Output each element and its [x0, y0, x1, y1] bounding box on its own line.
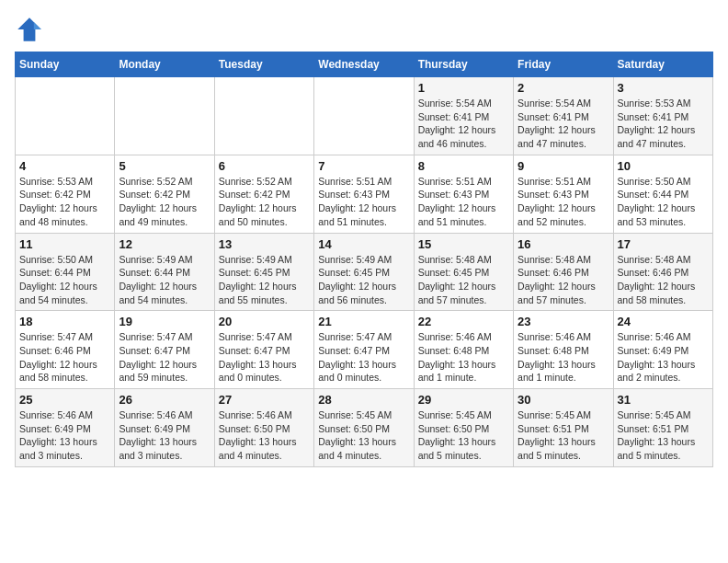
calendar-cell: 13Sunrise: 5:49 AM Sunset: 6:45 PM Dayli…	[214, 233, 313, 311]
day-number: 16	[518, 237, 609, 251]
calendar-cell: 26Sunrise: 5:46 AM Sunset: 6:49 PM Dayli…	[115, 389, 214, 467]
day-info: Sunrise: 5:51 AM Sunset: 6:43 PM Dayligh…	[518, 175, 609, 229]
day-number: 25	[19, 393, 110, 407]
svg-marker-1	[34, 22, 41, 29]
day-info: Sunrise: 5:46 AM Sunset: 6:48 PM Dayligh…	[518, 330, 609, 385]
day-info: Sunrise: 5:47 AM Sunset: 6:47 PM Dayligh…	[119, 330, 210, 385]
day-number: 27	[219, 393, 310, 407]
calendar-cell: 18Sunrise: 5:47 AM Sunset: 6:46 PM Dayli…	[16, 311, 115, 389]
calendar-cell: 19Sunrise: 5:47 AM Sunset: 6:47 PM Dayli…	[115, 311, 214, 389]
weekday-header-monday: Monday	[115, 52, 214, 77]
day-number: 11	[19, 237, 110, 251]
calendar-cell	[115, 77, 214, 155]
calendar-cell	[214, 77, 313, 155]
calendar-week-3: 11Sunrise: 5:50 AM Sunset: 6:44 PM Dayli…	[16, 233, 713, 311]
day-info: Sunrise: 5:48 AM Sunset: 6:46 PM Dayligh…	[618, 253, 709, 307]
day-number: 30	[518, 393, 609, 407]
calendar-cell: 28Sunrise: 5:45 AM Sunset: 6:50 PM Dayli…	[314, 389, 414, 467]
calendar-week-2: 4Sunrise: 5:53 AM Sunset: 6:42 PM Daylig…	[16, 155, 713, 233]
day-number: 24	[618, 315, 709, 328]
day-number: 12	[119, 237, 210, 251]
day-info: Sunrise: 5:49 AM Sunset: 6:45 PM Dayligh…	[219, 253, 310, 307]
day-info: Sunrise: 5:47 AM Sunset: 6:47 PM Dayligh…	[318, 330, 409, 385]
day-number: 4	[19, 159, 110, 173]
day-number: 21	[318, 315, 409, 328]
day-info: Sunrise: 5:47 AM Sunset: 6:46 PM Dayligh…	[19, 330, 110, 385]
calendar-cell: 9Sunrise: 5:51 AM Sunset: 6:43 PM Daylig…	[514, 155, 613, 233]
calendar-cell: 21Sunrise: 5:47 AM Sunset: 6:47 PM Dayli…	[314, 311, 414, 389]
day-info: Sunrise: 5:45 AM Sunset: 6:50 PM Dayligh…	[318, 408, 409, 463]
page-header	[15, 15, 713, 44]
day-number: 17	[618, 237, 709, 251]
weekday-header-tuesday: Tuesday	[214, 52, 313, 77]
calendar-week-1: 1Sunrise: 5:54 AM Sunset: 6:41 PM Daylig…	[16, 77, 713, 155]
calendar-cell: 12Sunrise: 5:49 AM Sunset: 6:44 PM Dayli…	[115, 233, 214, 311]
calendar-cell: 29Sunrise: 5:45 AM Sunset: 6:50 PM Dayli…	[414, 389, 513, 467]
day-number: 19	[119, 315, 210, 328]
day-info: Sunrise: 5:45 AM Sunset: 6:51 PM Dayligh…	[618, 408, 709, 463]
day-info: Sunrise: 5:53 AM Sunset: 6:42 PM Dayligh…	[19, 175, 110, 229]
day-info: Sunrise: 5:51 AM Sunset: 6:43 PM Dayligh…	[418, 175, 509, 229]
calendar-week-4: 18Sunrise: 5:47 AM Sunset: 6:46 PM Dayli…	[16, 311, 713, 389]
calendar-cell: 22Sunrise: 5:46 AM Sunset: 6:48 PM Dayli…	[414, 311, 513, 389]
calendar-cell: 25Sunrise: 5:46 AM Sunset: 6:49 PM Dayli…	[16, 389, 115, 467]
calendar-cell: 31Sunrise: 5:45 AM Sunset: 6:51 PM Dayli…	[613, 389, 712, 467]
day-number: 14	[318, 237, 409, 251]
calendar-header-row: SundayMondayTuesdayWednesdayThursdayFrid…	[16, 52, 713, 77]
weekday-header-sunday: Sunday	[16, 52, 115, 77]
calendar-table: SundayMondayTuesdayWednesdayThursdayFrid…	[15, 52, 713, 467]
calendar-cell: 7Sunrise: 5:51 AM Sunset: 6:43 PM Daylig…	[314, 155, 414, 233]
weekday-header-saturday: Saturday	[613, 52, 712, 77]
calendar-cell: 24Sunrise: 5:46 AM Sunset: 6:49 PM Dayli…	[613, 311, 712, 389]
calendar-cell: 14Sunrise: 5:49 AM Sunset: 6:45 PM Dayli…	[314, 233, 414, 311]
day-number: 26	[119, 393, 210, 407]
calendar-cell	[16, 77, 115, 155]
logo-icon	[15, 15, 44, 44]
calendar-cell: 11Sunrise: 5:50 AM Sunset: 6:44 PM Dayli…	[16, 233, 115, 311]
day-info: Sunrise: 5:50 AM Sunset: 6:44 PM Dayligh…	[19, 253, 110, 307]
day-info: Sunrise: 5:49 AM Sunset: 6:45 PM Dayligh…	[318, 253, 409, 307]
day-number: 8	[418, 159, 509, 173]
day-info: Sunrise: 5:51 AM Sunset: 6:43 PM Dayligh…	[318, 175, 409, 229]
day-info: Sunrise: 5:54 AM Sunset: 6:41 PM Dayligh…	[518, 97, 609, 151]
day-info: Sunrise: 5:46 AM Sunset: 6:48 PM Dayligh…	[418, 330, 509, 385]
day-number: 31	[618, 393, 709, 407]
calendar-cell: 27Sunrise: 5:46 AM Sunset: 6:50 PM Dayli…	[214, 389, 313, 467]
day-info: Sunrise: 5:53 AM Sunset: 6:41 PM Dayligh…	[618, 97, 709, 151]
calendar-cell	[314, 77, 414, 155]
calendar-cell: 16Sunrise: 5:48 AM Sunset: 6:46 PM Dayli…	[514, 233, 613, 311]
day-info: Sunrise: 5:49 AM Sunset: 6:44 PM Dayligh…	[119, 253, 210, 307]
day-info: Sunrise: 5:46 AM Sunset: 6:49 PM Dayligh…	[618, 330, 709, 385]
day-number: 23	[518, 315, 609, 328]
day-info: Sunrise: 5:48 AM Sunset: 6:45 PM Dayligh…	[418, 253, 509, 307]
day-number: 28	[318, 393, 409, 407]
calendar-cell: 17Sunrise: 5:48 AM Sunset: 6:46 PM Dayli…	[613, 233, 712, 311]
calendar-cell: 10Sunrise: 5:50 AM Sunset: 6:44 PM Dayli…	[613, 155, 712, 233]
calendar-cell: 1Sunrise: 5:54 AM Sunset: 6:41 PM Daylig…	[414, 77, 513, 155]
calendar-cell: 3Sunrise: 5:53 AM Sunset: 6:41 PM Daylig…	[613, 77, 712, 155]
day-info: Sunrise: 5:47 AM Sunset: 6:47 PM Dayligh…	[219, 330, 310, 385]
logo	[15, 15, 48, 44]
day-number: 15	[418, 237, 509, 251]
calendar-cell: 30Sunrise: 5:45 AM Sunset: 6:51 PM Dayli…	[514, 389, 613, 467]
day-number: 29	[418, 393, 509, 407]
calendar-cell: 23Sunrise: 5:46 AM Sunset: 6:48 PM Dayli…	[514, 311, 613, 389]
calendar-cell: 2Sunrise: 5:54 AM Sunset: 6:41 PM Daylig…	[514, 77, 613, 155]
day-info: Sunrise: 5:46 AM Sunset: 6:49 PM Dayligh…	[119, 408, 210, 463]
day-number: 3	[618, 81, 709, 95]
day-number: 9	[518, 159, 609, 173]
day-info: Sunrise: 5:46 AM Sunset: 6:49 PM Dayligh…	[19, 408, 110, 463]
weekday-header-friday: Friday	[514, 52, 613, 77]
calendar-cell: 15Sunrise: 5:48 AM Sunset: 6:45 PM Dayli…	[414, 233, 513, 311]
weekday-header-thursday: Thursday	[414, 52, 513, 77]
calendar-cell: 8Sunrise: 5:51 AM Sunset: 6:43 PM Daylig…	[414, 155, 513, 233]
calendar-cell: 5Sunrise: 5:52 AM Sunset: 6:42 PM Daylig…	[115, 155, 214, 233]
calendar-cell: 20Sunrise: 5:47 AM Sunset: 6:47 PM Dayli…	[214, 311, 313, 389]
day-info: Sunrise: 5:45 AM Sunset: 6:51 PM Dayligh…	[518, 408, 609, 463]
day-number: 1	[418, 81, 509, 95]
calendar-week-5: 25Sunrise: 5:46 AM Sunset: 6:49 PM Dayli…	[16, 389, 713, 467]
day-number: 22	[418, 315, 509, 328]
calendar-cell: 6Sunrise: 5:52 AM Sunset: 6:42 PM Daylig…	[214, 155, 313, 233]
day-number: 2	[518, 81, 609, 95]
day-info: Sunrise: 5:52 AM Sunset: 6:42 PM Dayligh…	[219, 175, 310, 229]
